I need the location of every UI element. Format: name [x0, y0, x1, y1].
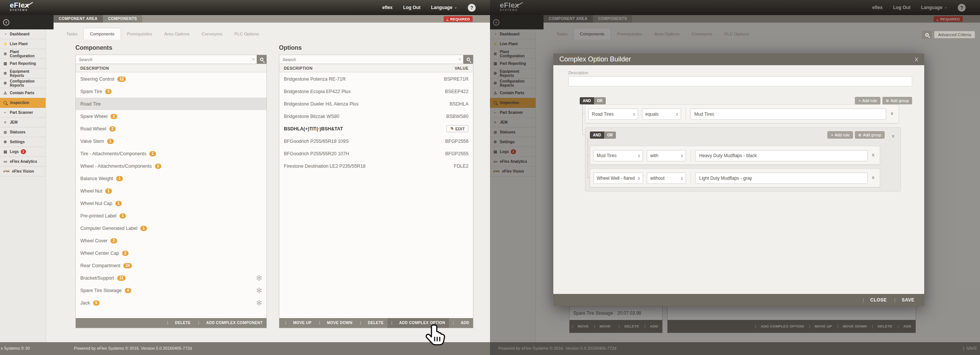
component-row[interactable]: Road Tire	[76, 98, 266, 110]
tab[interactable]: Tasks	[60, 28, 83, 40]
rule-operator-select[interactable]: with	[647, 150, 686, 161]
component-row[interactable]: Wheel - Attachments/Components 2	[76, 160, 266, 172]
help-button[interactable]: ?	[468, 4, 476, 12]
option-row[interactable]: BSDHLA(+)TIT(-)BSH&TAT EDIT	[279, 123, 473, 135]
breadcrumb-components[interactable]: COMPONENTS	[103, 15, 143, 22]
sidebar-item[interactable]: ▥ Part Reporting	[0, 59, 46, 68]
footer-action[interactable]: DELETE	[356, 318, 388, 328]
or-toggle[interactable]: OR	[594, 97, 606, 104]
sidebar-item[interactable]: ▭ eFlex Analytics	[0, 157, 46, 167]
tab[interactable]: PLC Options	[228, 28, 265, 40]
clear-search-icon[interactable]: ×	[457, 55, 463, 64]
option-row[interactable]: BFGoodrich P255/55R20 107H BFGP2555 EDIT	[279, 147, 473, 160]
component-row[interactable]: Rear Compartment 24	[76, 259, 266, 272]
description-input[interactable]	[568, 76, 912, 86]
tab[interactable]: Prerequisites	[121, 28, 158, 40]
rule-field-select[interactable]: Wheel Well - flared	[593, 173, 643, 184]
and-toggle[interactable]: AND	[590, 132, 604, 138]
add-group-button[interactable]: ⊕Add group	[855, 131, 885, 138]
language-menu[interactable]: Language▼	[431, 5, 457, 10]
component-row[interactable]: Road Wheel 2	[76, 123, 266, 135]
tab[interactable]: Components	[83, 28, 121, 40]
sidebar-item[interactable]: ◔ Dashboard	[0, 29, 46, 39]
component-row[interactable]: Bracket/Support 11	[76, 272, 266, 284]
count-badge: 4	[125, 288, 132, 293]
component-row[interactable]: Computer Generated Label 1	[76, 222, 266, 234]
component-row[interactable]: Wheel Nut Cap 1	[76, 197, 266, 210]
top-and-or-toggle[interactable]: AND OR	[580, 97, 606, 104]
sidebar-item[interactable]: ▤ Logs 2	[0, 147, 46, 157]
screenshot-stage: eFlex SYSTEMS eflex Log Out Language▼ ? …	[0, 0, 980, 355]
footer-action[interactable]: DELETE	[163, 318, 194, 328]
sidebar-item[interactable]: ≡ JEM	[0, 118, 46, 127]
edit-button[interactable]: EDIT	[446, 125, 469, 132]
sidebar-item[interactable]: Inspection	[0, 98, 46, 108]
add-rule-button[interactable]: +Add rule	[827, 131, 853, 138]
footer-action[interactable]: MOVE DOWN	[315, 318, 356, 328]
rule-field-select[interactable]: Mud Tires	[593, 150, 643, 161]
tab[interactable]: Area Options	[158, 28, 196, 40]
component-row[interactable]: Spare Tire Stowage 4	[76, 284, 266, 296]
breadcrumb-component-area[interactable]: COMPONENT AREA	[54, 15, 103, 22]
component-row[interactable]: Spare Wheel 2	[76, 110, 266, 123]
sidebar-item[interactable]: ⚡ Live Plant	[0, 39, 46, 49]
footer-action[interactable]: ADD	[449, 318, 473, 328]
sidebar-item[interactable]: ≣ Plant Configuration	[0, 49, 46, 59]
rule-value-input[interactable]: Light Duty Mudflaps - gray	[695, 173, 868, 184]
sidebar-item[interactable]: ⚙ Settings	[0, 137, 46, 147]
add-rule-button[interactable]: +Add rule	[855, 97, 880, 104]
remove-rule-button[interactable]: x	[872, 152, 875, 158]
close-button[interactable]: CLOSE	[859, 294, 890, 306]
sidebar-item[interactable]: ⚙ Equipment Reports	[0, 68, 46, 78]
component-row[interactable]: Pre-printed Label 1	[76, 210, 266, 222]
component-row[interactable]: Spare Tire 3	[76, 85, 266, 98]
remove-group-button[interactable]: x	[892, 134, 894, 138]
component-row[interactable]: Jack 5	[76, 296, 266, 309]
sidebar-item[interactable]: ⚠ Contain Parts	[0, 88, 46, 98]
component-row[interactable]: Wheel Nut 1	[76, 185, 266, 197]
rule-operator-select[interactable]: equals	[642, 108, 681, 120]
or-toggle[interactable]: OR	[604, 132, 616, 138]
close-icon[interactable]: X	[915, 57, 918, 62]
component-label: Spare Tire	[80, 89, 102, 94]
clear-search-icon[interactable]: ×	[250, 55, 257, 64]
option-row[interactable]: Bridgestone Blizzak WS80 BSBWS80 EDIT	[279, 110, 473, 123]
tab[interactable]: Conveyors	[196, 28, 228, 40]
component-row[interactable]: Steering Control 12	[76, 73, 266, 85]
remove-rule-button[interactable]: x	[872, 175, 875, 180]
rule-value-input[interactable]: Mud Tires	[690, 108, 886, 120]
search-button[interactable]	[463, 55, 473, 64]
option-row[interactable]: BFGoodrich P255/65R18 109S BFGP2556 EDIT	[279, 135, 473, 147]
rule-value-input[interactable]: Heavy Duty Mudflaps - black	[695, 150, 868, 161]
search-button[interactable]	[922, 30, 932, 39]
save-button[interactable]: SAVE	[891, 294, 918, 306]
option-row[interactable]: Bridgestone Dueler H/L Alenza Plus BSDHL…	[279, 98, 473, 110]
option-row[interactable]: Firestone Destination LE2 P235/55R18 FDL…	[279, 160, 473, 172]
back-button[interactable]: ‹	[3, 19, 10, 25]
option-row[interactable]: Bridgestone Ecopia EP422 Plus BSEEP422 E…	[279, 85, 473, 98]
option-row[interactable]: Bridgestone Potenza RE-71R BSPRE71R EDIT	[279, 73, 473, 85]
component-row[interactable]: Wheel Center Cap 2	[76, 247, 266, 259]
search-button[interactable]	[257, 55, 266, 64]
remove-rule-button[interactable]: x	[891, 111, 893, 116]
advanced-criteria-button[interactable]: Advanced Criteria	[934, 31, 975, 38]
component-row[interactable]: Balance Weight 1	[76, 172, 266, 185]
footer-action[interactable]: MOVE UP	[282, 318, 315, 328]
and-toggle[interactable]: AND	[580, 97, 594, 104]
sidebar-item[interactable]: ⚙ Configuration Reports	[0, 78, 46, 88]
component-row[interactable]: Wheel Cover 2	[76, 234, 266, 247]
sidebar-item[interactable]: ◎ Statuses	[0, 127, 46, 137]
group-and-or-toggle[interactable]: AND OR	[590, 132, 616, 138]
component-row[interactable]: Valve Stem 1	[76, 135, 266, 147]
options-search-input[interactable]	[279, 55, 457, 64]
component-row[interactable]: Tire - Attachments/Components 1	[76, 147, 266, 160]
footer-action[interactable]: ADD COMPLEX COMPONENT	[194, 318, 266, 328]
rule-operator-select[interactable]: without	[647, 173, 686, 184]
logout-link[interactable]: Log Out	[403, 5, 420, 10]
sidebar-item[interactable]: eFlex eFlex Vision	[0, 167, 46, 177]
rule-field-select[interactable]: Road Tires	[589, 108, 638, 120]
required-button[interactable]: ↓REQUIRED	[444, 16, 473, 22]
add-group-button[interactable]: ⊕Add group	[882, 97, 912, 104]
sidebar-item[interactable]: ⌐ Part Scanner	[0, 108, 46, 118]
components-search-input[interactable]	[76, 55, 250, 64]
